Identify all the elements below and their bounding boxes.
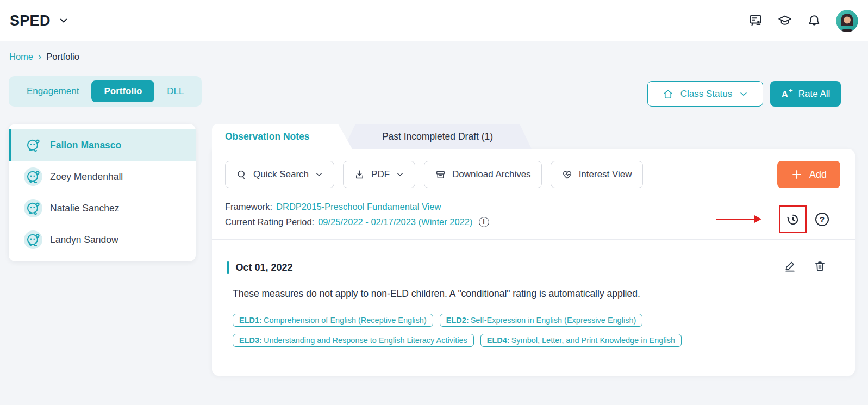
rating-period-label: Current Rating Period: <box>225 214 314 229</box>
topbar-actions <box>748 10 858 32</box>
edit-icon[interactable] <box>783 259 797 273</box>
download-archives-label: Download Archives <box>452 169 531 180</box>
student-name: Zoey Mendenhall <box>50 171 123 183</box>
tab-dll[interactable]: DLL <box>154 80 196 102</box>
framework-link[interactable]: DRDP2015-Preschool Fundamental View <box>276 199 441 214</box>
observation-note-card: Oct 01, 2022 These measures do not apply… <box>212 240 855 347</box>
chevron-down-icon <box>58 15 69 26</box>
framework-label: Framework: <box>225 199 272 214</box>
panel-header: Quick Search PDF Download Archives <box>212 149 855 239</box>
delete-icon[interactable] <box>813 259 827 273</box>
quick-search-button[interactable]: Quick Search <box>225 161 334 188</box>
graduation-cap-icon[interactable] <box>777 13 792 28</box>
class-status-button[interactable]: Class Status <box>647 81 763 107</box>
measure-tag-eld1[interactable]: ELD1:Comprehension of English (Receptive… <box>233 314 433 327</box>
breadcrumb-home-link[interactable]: Home <box>9 52 33 62</box>
student-name: Natalie Sanchez <box>50 203 119 214</box>
breadcrumb-separator-icon: › <box>38 51 41 61</box>
breadcrumb-current: Portfolio <box>46 52 79 62</box>
tab-observation-notes[interactable]: Observation Notes <box>212 124 352 149</box>
student-name: Landyn Sandow <box>50 234 118 246</box>
top-bar: SPED <box>0 0 868 41</box>
download-archives-button[interactable]: Download Archives <box>424 161 542 188</box>
pdf-label: PDF <box>371 169 390 180</box>
annotation-red-arrow <box>716 219 755 220</box>
annotation-red-box <box>779 205 807 233</box>
note-date-row: Oct 01, 2022 <box>227 261 833 274</box>
framework-meta: Framework: DRDP2015-Preschool Fundamenta… <box>225 199 841 229</box>
breadcrumb: Home › Portfolio <box>9 52 79 62</box>
student-item-zoey-mendenhall[interactable]: Zoey Mendenhall <box>9 161 196 192</box>
note-actions <box>783 259 827 273</box>
interest-view-button[interactable]: Interest View <box>551 161 643 188</box>
tag-code: ELD2: <box>446 316 469 325</box>
tag-code: ELD3: <box>239 336 262 345</box>
rate-all-button[interactable]: Rate All <box>770 81 841 107</box>
plus-icon <box>791 169 803 180</box>
tab-engagement[interactable]: Engagement <box>14 80 91 102</box>
rating-history-icon[interactable] <box>785 212 800 227</box>
measure-tags: ELD1:Comprehension of English (Receptive… <box>233 314 833 347</box>
tag-label: Self-Expression in English (Expressive E… <box>471 316 636 325</box>
chevron-down-icon <box>739 89 748 99</box>
tag-label: Understanding and Response to English Li… <box>264 336 467 345</box>
chevron-down-icon <box>315 170 323 179</box>
class-status-label: Class Status <box>680 89 732 99</box>
student-item-landyn-sandow[interactable]: Landyn Sandow <box>9 224 196 256</box>
user-avatar[interactable] <box>836 10 858 32</box>
tab-past-incompleted-draft[interactable]: Past Incompleted Draft (1) <box>344 124 532 149</box>
student-list: Fallon Manasco Zoey Mendenhall Natalie S… <box>9 124 196 261</box>
tag-label: Comprehension of English (Receptive Engl… <box>264 316 427 325</box>
student-mascot-icon <box>24 199 42 217</box>
rating-period-link[interactable]: 09/25/2022 - 02/17/2023 (Winter 2022) <box>318 214 472 229</box>
notifications-bell-icon[interactable] <box>807 13 822 28</box>
tag-label: Symbol, Letter, and Print Knowledge in E… <box>511 336 675 345</box>
measure-tag-eld4[interactable]: ELD4:Symbol, Letter, and Print Knowledge… <box>480 334 682 347</box>
view-switcher: Engagement Portfolio DLL <box>9 76 202 107</box>
date-accent-bar <box>227 261 229 274</box>
workspace-name: SPED <box>10 13 51 29</box>
note-body-text: These measures do not apply to non-ELD c… <box>233 288 833 300</box>
workspace-switcher[interactable]: SPED <box>10 13 69 29</box>
interest-view-label: Interest View <box>579 169 632 180</box>
student-name: Fallon Manasco <box>50 140 121 151</box>
student-item-fallon-manasco[interactable]: Fallon Manasco <box>9 129 196 161</box>
download-icon <box>354 169 365 180</box>
tag-code: ELD4: <box>487 336 510 345</box>
class-board-icon[interactable] <box>748 13 763 28</box>
pdf-export-button[interactable]: PDF <box>343 161 415 188</box>
add-label: Add <box>809 169 827 180</box>
rate-all-label: Rate All <box>798 89 830 99</box>
search-icon <box>236 169 247 180</box>
heart-pulse-icon <box>561 169 573 180</box>
archive-box-icon <box>435 169 446 180</box>
panel-meta-icons: ? <box>779 205 829 233</box>
rate-plus-icon <box>781 88 793 100</box>
info-icon[interactable]: i <box>479 217 489 227</box>
toolbar: Quick Search PDF Download Archives <box>225 161 841 188</box>
measure-tag-eld2[interactable]: ELD2:Self-Expression in English (Express… <box>440 314 643 327</box>
home-icon <box>662 88 674 100</box>
observation-notes-panel: Quick Search PDF Download Archives <box>212 149 855 376</box>
help-icon[interactable]: ? <box>815 213 829 226</box>
tag-code: ELD1: <box>239 316 262 325</box>
student-mascot-icon <box>24 230 42 249</box>
note-date: Oct 01, 2022 <box>236 262 293 273</box>
add-note-button[interactable]: Add <box>777 161 840 188</box>
measure-tag-eld3[interactable]: ELD3:Understanding and Response to Engli… <box>233 334 474 347</box>
student-mascot-icon <box>24 167 42 186</box>
tab-portfolio[interactable]: Portfolio <box>91 80 154 102</box>
chevron-down-icon <box>396 170 404 179</box>
student-mascot-icon <box>24 136 42 154</box>
student-item-natalie-sanchez[interactable]: Natalie Sanchez <box>9 192 196 224</box>
quick-search-label: Quick Search <box>253 169 309 180</box>
